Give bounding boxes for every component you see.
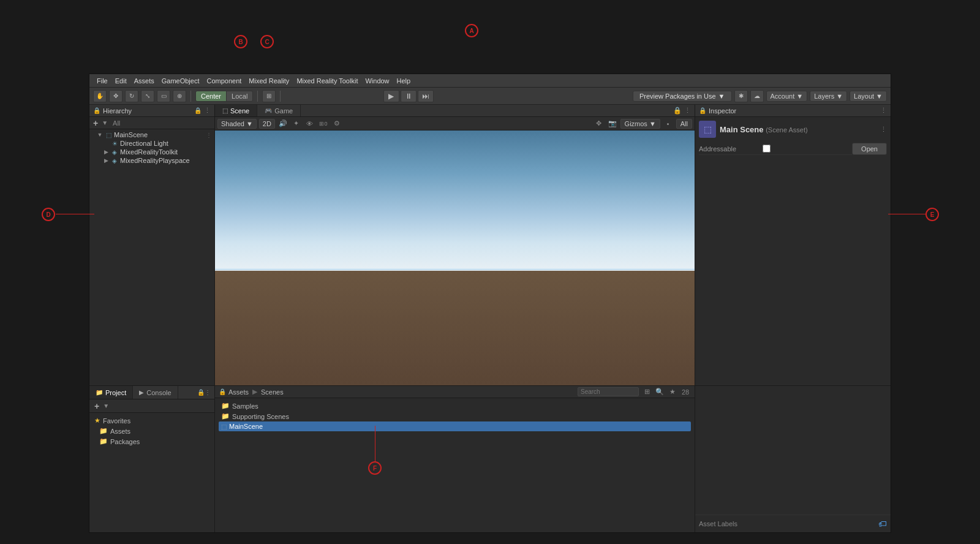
sep-2 [257,91,258,102]
play-button[interactable]: ▶ [383,90,399,102]
packages-item[interactable]: 📁 Packages [89,436,214,447]
asset-tag-icon[interactable]: 🏷 [878,519,887,529]
assets-grid-view[interactable]: ⊞ [641,387,652,398]
pause-button[interactable]: ⏸ [401,90,417,102]
scene-lock-icon[interactable]: 🔒 [673,107,682,115]
tool-rect[interactable]: ▭ [157,90,170,102]
console-tab[interactable]: ▶ Console [133,386,178,399]
samples-folder-icon: 📁 [221,402,230,410]
tree-item-dirlight[interactable]: ☀ Directional Light [89,139,214,148]
inspector-menu-icon[interactable]: ⋮ [880,107,887,115]
scene-move-icon[interactable]: ✥ [594,118,605,129]
tool-transform[interactable]: ⊕ [173,90,186,102]
layout-dropdown[interactable]: Layout ▼ [850,91,887,102]
gizmos-btn[interactable]: Gizmos ▼ [620,119,660,129]
hierarchy-add-btn[interactable]: + [92,118,99,128]
scene-audio-btn[interactable]: 🔊 [277,118,288,129]
asset-item-supporting[interactable]: 📁 Supporting Scenes [219,411,691,421]
project-menu-icon[interactable]: ⋮ [205,389,211,396]
render-mode-dropdown[interactable]: Shaded ▼ [217,119,257,129]
scene-grid-btn[interactable]: ⊞0 [318,118,329,129]
tool-move[interactable]: ✥ [109,90,123,102]
inspector-more-icon[interactable]: ⋮ [880,126,887,134]
pivot-toggle-group: Center Local [195,91,253,102]
menu-mixed-reality-toolkit[interactable]: Mixed Reality Toolkit [293,76,361,86]
hierarchy-header: 🔒 Hierarchy 🔒 ⋮ [89,105,214,117]
scene-tab[interactable]: ⬚ Scene [215,105,257,116]
pivot-center[interactable]: Center [196,91,227,101]
scene-camera-icon[interactable]: 📷 [607,118,618,129]
breadcrumb-scenes[interactable]: Scenes [261,388,284,396]
scene-viewport[interactable] [215,130,695,385]
step-button[interactable]: ⏭ [418,90,434,102]
game-tab[interactable]: 🎮 Game [257,105,301,116]
hierarchy-lock2[interactable]: 🔒 [194,107,202,114]
project-tab[interactable]: 📁 Project [89,386,133,399]
inspector-header-right: ⋮ [880,107,887,115]
scene-2d-btn[interactable]: 2D [259,119,275,129]
account-arrow: ▼ [796,93,803,100]
project-add-arrow: ▼ [103,402,109,409]
tool-scale[interactable]: ⤡ [141,90,154,102]
tool-hand[interactable]: ✋ [93,90,107,102]
breadcrumb-assets[interactable]: Assets [228,388,249,396]
project-tab-label: Project [105,389,126,396]
assets-search-input[interactable] [578,387,639,396]
cloud-icon[interactable]: ☁ [750,90,764,102]
menu-help[interactable]: Help [393,76,415,86]
collab-icon[interactable]: ✱ [734,90,748,102]
project-tree: ★ Favorites 📁 Assets 📁 Packages [89,413,214,532]
packages-label: Packages [110,438,140,445]
mainscene-arrow: ▼ [96,132,104,138]
menu-gameobject[interactable]: GameObject [158,76,203,86]
bottom-panel: 📁 Project ▶ Console 🔒 ⋮ + ▼ ★ [89,385,891,532]
assets-item[interactable]: 📁 Assets [89,426,214,436]
project-lock-icon[interactable]: 🔒 [197,389,205,396]
dirlight-label: Directional Light [120,140,168,147]
scene-effects-btn[interactable]: ✦ [291,118,302,129]
tool-rotate[interactable]: ↻ [125,90,138,102]
mainscene-more[interactable]: ⋮ [206,132,214,138]
all-btn[interactable]: All [676,119,692,129]
preview-packages-label: Preview Packages in Use [639,93,716,100]
assets-filter[interactable]: 🔍 [654,387,665,398]
account-label: Account [771,93,795,100]
preview-packages-btn[interactable]: Preview Packages in Use ▼ [633,91,732,102]
project-add-btn[interactable]: + [93,401,100,411]
assets-star[interactable]: ★ [667,387,678,398]
sep-3 [280,91,281,102]
layers-arrow: ▼ [836,93,843,100]
scene-hidden-btn[interactable]: 👁 [304,118,315,129]
breadcrumb-sep: ▶ [252,388,257,396]
account-dropdown[interactable]: Account ▼ [766,91,808,102]
menu-window[interactable]: Window [361,76,393,86]
tree-item-mainscene[interactable]: ▼ ⬚ MainScene ⋮ [89,130,214,139]
addressable-checkbox[interactable] [763,145,771,153]
scene-tab-icon: ⬚ [222,107,228,114]
console-tab-label: Console [146,389,171,396]
main-content: 🔒 Hierarchy 🔒 ⋮ + ▼ All ▼ ⬚ MainScene [89,105,891,385]
supporting-folder-icon: 📁 [221,412,230,420]
scene-menu-icon[interactable]: ⋮ [684,107,691,115]
hierarchy-all-label: All [110,119,123,127]
layers-dropdown[interactable]: Layers ▼ [810,91,847,102]
menu-mixed-reality[interactable]: Mixed Reality [245,76,293,86]
hierarchy-menu-icon[interactable]: ⋮ [204,107,211,115]
scene-ground [215,271,695,385]
asset-item-mainscene[interactable]: ⬚ MainScene [219,421,691,431]
menu-edit[interactable]: Edit [111,76,130,86]
preview-dropdown-arrow: ▼ [718,93,725,100]
scene-settings-btn[interactable]: ⚙ [331,118,342,129]
render-mode-label: Shaded [221,120,244,127]
open-button[interactable]: Open [852,143,887,155]
menu-file[interactable]: File [93,76,111,86]
menu-component[interactable]: Component [203,76,245,86]
mrt-arrow: ▶ [102,149,110,155]
favorites-item[interactable]: ★ Favorites [89,415,214,426]
asset-item-samples[interactable]: 📁 Samples [219,401,691,411]
tree-item-mrps[interactable]: ▶ ◈ MixedRealityPlayspace [89,156,214,165]
menu-assets[interactable]: Assets [130,76,158,86]
snap-tool[interactable]: ⊞ [262,90,276,102]
pivot-local[interactable]: Local [227,91,252,101]
tree-item-mrt[interactable]: ▶ ◈ MixedRealityToolkit [89,148,214,156]
